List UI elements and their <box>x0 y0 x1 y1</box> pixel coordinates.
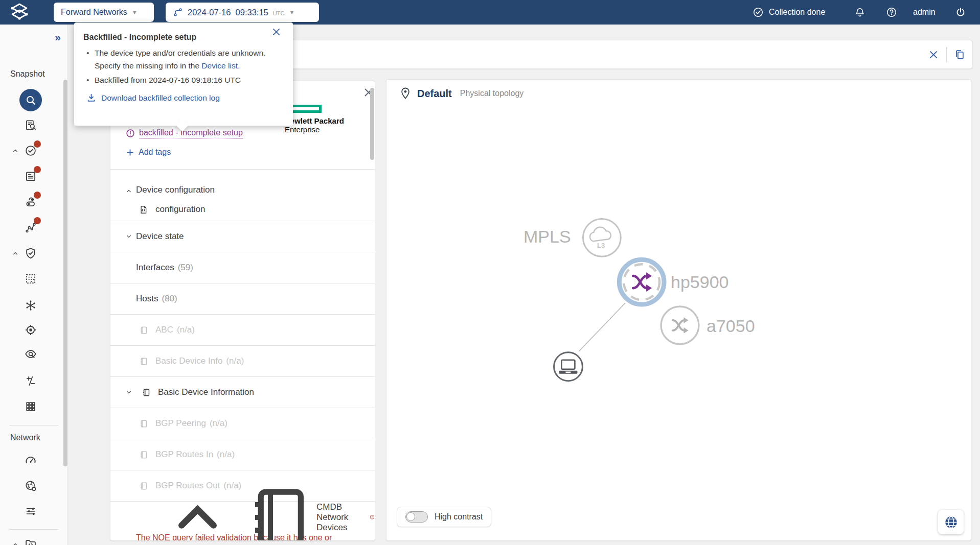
sidebar-item-network-settings[interactable] <box>24 505 37 518</box>
row-label: Interfaces <box>136 263 174 273</box>
row-bgp-routes-in: BGP Routes In (n/a) <box>110 439 375 470</box>
notification-badge <box>34 192 41 199</box>
sidebar-item-observe[interactable] <box>24 347 37 361</box>
globe-icon <box>944 515 958 529</box>
sidebar-item-diffs[interactable] <box>24 374 37 388</box>
sidebar-item-reports[interactable] <box>24 170 37 183</box>
popup-bullet-credentials: The device type and/or credentials are u… <box>83 46 281 72</box>
row-label: Device state <box>136 231 184 242</box>
sidebar-item-predefined-checks[interactable] <box>24 195 37 208</box>
row-label: Hosts <box>136 294 158 304</box>
row-count: (59) <box>178 263 193 273</box>
chevron-down-icon <box>125 232 133 241</box>
sidebar-item-saved-searches[interactable] <box>24 119 37 132</box>
sidebar-section-snapshot: Snapshot <box>10 69 45 79</box>
high-contrast-label: High contrast <box>435 512 483 522</box>
chevron-up-icon[interactable] <box>11 249 19 257</box>
folder-code-icon <box>24 538 37 545</box>
popup-bullet-list: The device type and/or credentials are u… <box>83 46 281 86</box>
sidebar-item-dashboard[interactable] <box>24 454 37 467</box>
chevron-up-icon[interactable] <box>11 540 19 545</box>
download-collection-log-link[interactable]: Download backfilled collection log <box>86 93 281 103</box>
host-node[interactable] <box>554 352 583 381</box>
plus-icon <box>126 148 134 157</box>
add-tags-label: Add tags <box>139 148 171 157</box>
high-contrast-toggle[interactable] <box>405 511 428 523</box>
clear-search-icon[interactable] <box>928 49 939 60</box>
plus-minus-diff-icon <box>24 374 37 388</box>
node-a7050-label: a7050 <box>706 316 755 336</box>
sidebar-item-checks[interactable] <box>24 144 37 157</box>
book-icon <box>141 387 151 398</box>
cloud-label: MPLS <box>523 227 571 247</box>
row-bgp-peering: BGP Peering (n/a) <box>110 408 375 439</box>
add-tags-button[interactable]: Add tags <box>126 148 171 157</box>
row-hosts[interactable]: Hosts (80) <box>110 283 375 314</box>
toggle-knob <box>406 512 415 521</box>
backfill-info-popup: Backfilled - Incomplete setup The device… <box>74 22 293 126</box>
search-bar-divider <box>946 47 947 62</box>
eye-search-icon <box>24 347 37 361</box>
sidebar-item-verify[interactable] <box>24 247 37 260</box>
row-label: Basic Device Information <box>158 387 254 397</box>
high-contrast-control: High contrast <box>397 507 491 527</box>
row-basic-device-info: Basic Device Info (n/a) <box>110 345 375 376</box>
row-device-state[interactable]: Device state <box>110 221 375 252</box>
backfilled-status-label: backfilled - Incomplete setup <box>139 128 243 138</box>
row-interfaces[interactable]: Interfaces (59) <box>110 252 375 283</box>
collection-status-label: Collection done <box>769 8 825 17</box>
book-icon <box>139 481 148 491</box>
sidebar-item-network-collection[interactable] <box>24 479 37 492</box>
chevron-up-icon[interactable] <box>11 147 19 155</box>
topology-panel: Default Physical topology <box>386 79 971 541</box>
world-view-button[interactable] <box>938 510 964 534</box>
node-hp5900[interactable] <box>619 259 664 304</box>
chevron-up-icon <box>158 479 237 541</box>
popup-title: Backfilled - Incomplete setup <box>83 33 281 42</box>
sidebar-item-apps[interactable] <box>24 400 37 413</box>
snapshot-time-dropdown[interactable]: 2024-07-16 09:33:15 UTC ▼ <box>166 3 319 22</box>
logout-power-icon[interactable] <box>955 7 966 18</box>
sidebar-divider <box>9 529 58 530</box>
help-icon[interactable] <box>886 7 897 18</box>
row-label: ABC <box>155 325 173 335</box>
row-device-configuration[interactable]: Device configuration <box>110 170 375 198</box>
sidebar-scrollbar[interactable] <box>63 80 67 466</box>
download-label: Download backfilled collection log <box>101 93 220 103</box>
sliders-icon <box>24 505 37 518</box>
close-icon[interactable] <box>271 27 282 37</box>
backfilled-status-chip[interactable]: backfilled - Incomplete setup <box>126 128 243 138</box>
topology-canvas[interactable] <box>386 80 971 540</box>
row-cmdb-network-devices[interactable]: CMDB Network Devices The NQE query faile… <box>110 501 375 541</box>
row-abc: ABC (n/a) <box>110 314 375 345</box>
search-results-panel: backfilled - Incomplete setup Add tags H… <box>110 81 375 541</box>
sidebar-item-topology-hub[interactable] <box>24 299 37 312</box>
results-scrollbar[interactable] <box>370 88 374 160</box>
row-configuration[interactable]: configuration <box>110 198 375 221</box>
book-icon <box>237 479 316 541</box>
sidebar-item-nqe[interactable] <box>24 538 37 545</box>
sidebar-item-matrix[interactable] <box>24 272 37 286</box>
device-list-link[interactable]: Device list. <box>201 61 240 70</box>
notifications-bell-icon[interactable] <box>854 7 865 18</box>
row-label: configuration <box>155 204 205 215</box>
sidebar-item-path-analysis[interactable] <box>24 221 37 234</box>
sidebar-expand-icon[interactable]: » <box>55 32 61 42</box>
node-hp5900-label: hp5900 <box>671 272 728 292</box>
notification-badge <box>34 166 41 173</box>
network-selector-dropdown[interactable]: Forward Networks ▼ <box>54 3 154 22</box>
row-label: Device configuration <box>136 185 215 195</box>
username-menu[interactable]: admin <box>913 8 936 17</box>
node-a7050[interactable] <box>661 306 699 344</box>
mpls-cloud-node[interactable] <box>583 219 621 256</box>
snapshot-timestamp: 2024-07-16 09:33:15 <box>188 8 268 17</box>
row-basic-device-information[interactable]: Basic Device Information <box>110 376 375 408</box>
vendor-logo: Hewlett Packard Enterprise <box>285 105 346 134</box>
sidebar-item-search[interactable] <box>19 89 42 111</box>
copy-icon[interactable] <box>954 49 965 60</box>
hub-spokes-icon <box>24 299 37 312</box>
speedometer-icon <box>24 454 37 467</box>
chevron-up-icon <box>125 187 133 195</box>
collection-status[interactable]: Collection done <box>753 0 825 25</box>
sidebar-item-locate[interactable] <box>24 323 37 337</box>
